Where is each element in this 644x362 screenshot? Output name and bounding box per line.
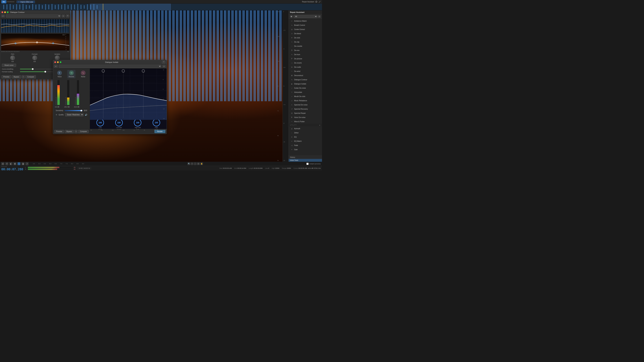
minimize-button[interactable] [4, 11, 6, 13]
scroll-tool[interactable]: ✋ [200, 162, 203, 165]
sensitivity-value: 10.0 [84, 110, 87, 111]
module-de-crackle[interactable]: ⋯ De-crackle [289, 44, 322, 48]
de-wind-label: De-wind [294, 70, 300, 72]
reset-curve-button[interactable]: Reset curve [2, 64, 16, 67]
waveform-overview[interactable] [0, 4, 322, 10]
module-eq-match[interactable]: ≈ EQ Match [289, 139, 322, 143]
module-deconstruct[interactable]: ⊞ Deconstruct [289, 73, 322, 77]
isolate-preset-dropdown[interactable] [59, 65, 161, 68]
module-interpolate[interactable]: ⌇ Interpolate [289, 90, 322, 94]
isolate-close-button[interactable] [54, 61, 56, 63]
module-mouth-de-click[interactable]: ○ Mouth De-click [289, 94, 322, 98]
module-gain[interactable]: + Gain [289, 147, 322, 151]
maximize-button[interactable] [7, 11, 8, 13]
module-dither[interactable]: ⋮ Dither [289, 131, 322, 135]
module-guitar-de-noise[interactable]: ♪ Guitar De-noise [289, 86, 322, 90]
menu-btn[interactable]: ≡ [62, 14, 65, 17]
pitch-knob[interactable] [10, 55, 15, 60]
reverb-meter-tracks: 12 0 -12 -24 -36 -48 -Inf [64, 80, 70, 105]
spectrogram-area[interactable]: 0 -1.5 -3 -4.5 -6 -7.5 -9 -10 -12 20k 15… [0, 10, 288, 162]
settings-icon[interactable]: ⚙ [315, 0, 318, 3]
module-spectral-repair[interactable]: ⊡ Spectral Repair [289, 111, 322, 115]
history-item-initial[interactable]: Initial State [289, 159, 322, 162]
module-de-click[interactable]: ✦ De-click [289, 36, 322, 40]
right-sidebar: Repair Assistant ▶ All ≡ ≈ Ambience Matc… [288, 10, 322, 162]
isolate-compare-button[interactable]: Compare [78, 130, 89, 133]
module-dialogue-contour[interactable]: ∿ Dialogue Contour [289, 78, 322, 82]
module-spectral-recovery[interactable]: ↗ Spectral Recovery [289, 107, 322, 111]
high-mid-band-knob[interactable]: 100 [134, 119, 142, 126]
isolate-minimize-button[interactable] [57, 61, 59, 63]
variation-knob[interactable] [55, 55, 60, 60]
module-de-ess[interactable]: S De-ess [289, 48, 322, 52]
sensitivity-slider[interactable] [64, 110, 82, 111]
expand-icon[interactable]: ⤢ [318, 0, 321, 3]
transport-play-pause[interactable]: ▶ [10, 162, 12, 165]
isolate-maximize-button[interactable] [60, 61, 62, 63]
bypass-button[interactable]: Bypass [12, 75, 21, 78]
sidebar-menu-btn[interactable]: ≡ [318, 15, 321, 18]
module-de-wind[interactable]: ~ De-wind [289, 69, 322, 73]
zoom-in-spectrogram[interactable]: + [191, 162, 193, 165]
module-de-rustle[interactable]: ≋ De-rustle [289, 65, 322, 69]
module-azimuth[interactable]: ∠ Azimuth [289, 126, 322, 131]
formant-scaling-thumb[interactable] [44, 71, 46, 72]
zoom-out-btn[interactable]: 🔍 [188, 162, 190, 165]
module-ambience-match[interactable]: ≈ Ambience Match [289, 19, 322, 23]
preset-dropdown[interactable] [6, 14, 61, 17]
reverb-source-btn[interactable]: ⟲ Reverb [67, 70, 75, 78]
transport-loop[interactable]: ⟳ [5, 162, 8, 165]
module-de-bleed[interactable]: ⊃ De-bleed [289, 31, 322, 35]
plus-button[interactable]: + [22, 75, 25, 78]
preview-button[interactable]: Preview [2, 75, 11, 78]
sidebar-play-btn[interactable]: ▶ [290, 15, 293, 18]
module-eq[interactable]: ≡ EQ [289, 135, 322, 139]
module-dialogue-isolate[interactable]: ◈ Dialogue Isolate [289, 82, 322, 86]
module-de-plosive[interactable]: P De-plosive [289, 57, 322, 61]
main-tab[interactable]: ✕ Improv Ellen.wav [16, 0, 35, 3]
filter-select[interactable]: All [294, 15, 317, 18]
high-band-knob[interactable]: 100 [152, 119, 160, 126]
repair-assistant-btn[interactable]: Repair Assistant [302, 1, 314, 3]
module-de-clip[interactable]: ⌇ De-clip [289, 40, 322, 44]
module-breath-control[interactable]: ∿ Breath Control [289, 23, 322, 27]
module-de-reverb[interactable]: ◌ De-reverb [289, 61, 322, 65]
module-wow-flutter[interactable]: ~ Wow & Flutter [289, 119, 322, 123]
eq-background: 12 6 0 -6 -12 -18 [90, 68, 167, 120]
quality-select[interactable]: Good / Real-time [65, 113, 84, 116]
zoom-fit[interactable]: ⊡ [197, 162, 200, 165]
audio-out-icon[interactable]: 🔊 [85, 114, 88, 116]
isolate-menu-btn[interactable]: ≡ [162, 65, 166, 68]
utility-expand-icon[interactable]: ▲ [319, 124, 321, 126]
sensitivity-thumb[interactable] [80, 110, 82, 111]
back-icon[interactable]: ↩ [1, 14, 5, 17]
module-voice-de-noise[interactable]: 🎙 Voice De-noise [289, 115, 322, 119]
curve-smoothing-thumb[interactable] [32, 68, 34, 70]
transport-rewind[interactable]: ⏮ [1, 162, 4, 165]
low-mid-band-knob[interactable]: 100 [115, 119, 123, 126]
module-center-extract[interactable]: ◎ Center Extract [289, 27, 322, 31]
isolate-plus-button[interactable]: + [74, 130, 78, 133]
formant-knob[interactable] [32, 55, 37, 60]
isolate-back-icon[interactable]: ↩ [54, 65, 58, 68]
noise-source-btn[interactable]: ∿ Noise [80, 70, 87, 78]
module-fade[interactable]: ◁ Fade [289, 143, 322, 147]
module-de-hum[interactable]: ∿ De-hum [289, 52, 322, 56]
zoom-out-spectrogram[interactable]: - [194, 162, 196, 165]
voice-source-btn[interactable]: 🎙 Voice [56, 70, 63, 78]
help-btn[interactable]: ? [66, 14, 69, 17]
isolate-bypass-button[interactable]: Bypass [65, 130, 74, 133]
tab-close[interactable]: ✕ [18, 1, 20, 3]
compare-button[interactable]: Compare [25, 75, 36, 78]
transport-spectrogram-view[interactable]: ▦ [22, 162, 24, 165]
module-music-rebalance[interactable]: ♫ Music Rebalance [289, 98, 322, 103]
instant-process-checkbox[interactable] [306, 163, 308, 165]
module-spectral-de-noise[interactable]: ≈ Spectral De-noise [289, 103, 322, 107]
close-button[interactable] [2, 11, 3, 13]
transport-record[interactable]: ⏺ [14, 162, 16, 165]
low-band-knob[interactable]: 100 [96, 119, 104, 126]
transport-waveform[interactable]: ∿ [18, 162, 20, 165]
transport-output[interactable]: ↗ [26, 162, 28, 165]
isolate-help-btn[interactable]: ? [162, 61, 165, 63]
isolate-preview-button[interactable]: Preview [54, 130, 64, 133]
